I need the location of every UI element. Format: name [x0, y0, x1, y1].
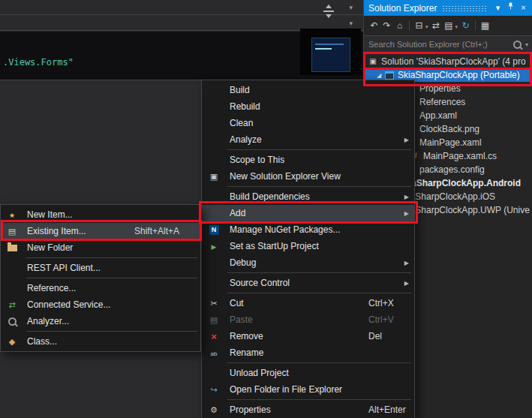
menu-item-label: Existing Item... — [23, 226, 86, 236]
menu-item-label: Class... — [23, 336, 57, 347]
panel-title: Solution Explorer — [368, 3, 437, 14]
menu-item-open-folder-in-file-explorer[interactable]: ↪Open Folder in File Explorer — [202, 381, 414, 398]
close-icon[interactable]: × — [517, 0, 530, 16]
menu-item-shortcut: Ctrl+X — [368, 298, 394, 308]
menu-item-rest-api-client[interactable]: REST API Client... — [1, 260, 200, 276]
new-solution-explorer-view-icon: ▣ — [202, 172, 226, 182]
show-all-files-icon[interactable]: ▤ — [443, 20, 455, 31]
back-icon[interactable]: ↶ — [368, 20, 380, 31]
menu-item-label: REST API Client... — [23, 263, 101, 273]
menu-item-label: Set as StartUp Project — [226, 241, 319, 251]
menu-item-set-as-startup-project[interactable]: ▶Set as StartUp Project — [202, 238, 414, 254]
menu-item-analyze[interactable]: Analyze▶ — [202, 131, 414, 148]
nuget-icon: N — [202, 224, 226, 235]
menu-item-new-folder[interactable]: New Folder — [1, 239, 200, 256]
menu-item-label: Debug — [226, 257, 256, 268]
search-dropdown-icon[interactable]: ▾ — [525, 41, 528, 48]
chevron-down-icon[interactable]: ▾ — [425, 24, 428, 30]
forward-icon[interactable]: ↷ — [380, 20, 393, 31]
tree-item-label: SkiaSharpClockApp (Portable) — [395, 70, 520, 80]
window-position-icon[interactable]: ▾ — [491, 0, 504, 16]
chevron-down-icon[interactable]: ▾ — [349, 20, 353, 27]
menu-item-label: New Solution Explorer View — [226, 171, 341, 182]
menu-item-class[interactable]: ◆Class... — [1, 333, 200, 350]
solution-explorer-toolbar: ↶↷⌂⊟▾⇄▤▾↻▦ — [364, 16, 532, 35]
menu-item-existing-item[interactable]: ▤Existing Item...Shift+Alt+A — [1, 223, 200, 239]
tree-item-label: Solution 'SkiaSharpClockApp' (4 pro — [379, 56, 526, 67]
menu-item-label: Paste — [226, 314, 253, 325]
search-icon[interactable] — [513, 41, 521, 49]
menu-item-remove[interactable]: ×RemoveDel — [202, 328, 414, 344]
chevron-down-icon[interactable]: ▾ — [455, 24, 458, 30]
drag-handle-dots[interactable] — [442, 5, 486, 11]
tree-item-label: packages.config — [417, 164, 485, 175]
tree-expander-icon[interactable]: ◢ — [374, 72, 383, 79]
properties-icon: ⚙ — [210, 405, 218, 414]
menu-item-reference[interactable]: Reference... — [1, 280, 200, 296]
refresh-icon[interactable]: ↻ — [459, 20, 472, 31]
submenu-arrow-icon: ▶ — [404, 137, 409, 143]
submenu-arrow-icon: ▶ — [404, 280, 409, 287]
document-preview-thumbnail[interactable] — [300, 29, 361, 75]
search-input[interactable]: Search Solution Explorer (Ctrl+;) ▾ — [364, 35, 532, 53]
menu-item-shortcut: Alt+Enter — [368, 404, 406, 415]
menu-item-build-dependencies[interactable]: Build Dependencies▶ — [202, 188, 414, 205]
add-submenu: ★New Item...▤Existing Item...Shift+Alt+A… — [0, 204, 201, 352]
menu-item-debug[interactable]: Debug▶ — [202, 254, 414, 271]
menu-item-label: Unload Project — [226, 368, 289, 378]
menu-item-unload-project[interactable]: Unload Project — [202, 365, 414, 381]
existing-item-icon: ▤ — [8, 227, 16, 236]
menu-item-source-control[interactable]: Source Control▶ — [202, 275, 414, 291]
preview-selected-items-icon[interactable]: ▦ — [479, 20, 491, 31]
tree-item-solution-skiasharpclockapp-4-pro[interactable]: ▣Solution 'SkiaSharpClockApp' (4 pro — [364, 55, 532, 68]
menu-item-clean[interactable]: Clean — [202, 115, 414, 131]
menu-separator — [227, 186, 411, 187]
menu-item-label: Cut — [226, 298, 244, 308]
menu-item-label: Open Folder in File Explorer — [226, 384, 342, 395]
menu-item-manage-nuget-packages[interactable]: NManage NuGet Packages... — [202, 221, 414, 238]
project-context-menu: BuildRebuildCleanAnalyze▶Scope to This▣N… — [201, 80, 415, 418]
menu-item-label: Manage NuGet Packages... — [226, 224, 340, 235]
menu-item-rename[interactable]: abRename — [202, 344, 414, 361]
menu-item-connected-service[interactable]: ⇄Connected Service... — [1, 296, 200, 313]
new-solution-explorer-view-icon: ▣ — [210, 172, 218, 181]
new-item-icon: ★ — [9, 212, 15, 219]
paste-icon: ▤ — [202, 315, 226, 325]
new-folder-icon — [1, 242, 23, 253]
menu-item-new-solution-explorer-view[interactable]: ▣New Solution Explorer View — [202, 168, 414, 185]
cut-icon: ✂ — [202, 299, 226, 308]
menu-item-label: Build Dependencies — [226, 191, 310, 202]
menu-item-cut[interactable]: ✂CutCtrl+X — [202, 295, 414, 311]
tree-item-label: SkiaSharpClockApp.UWP (Unive — [395, 205, 530, 215]
pin-icon[interactable] — [504, 0, 517, 16]
splitter-handle-icon[interactable] — [322, 4, 335, 20]
new-folder-icon — [8, 245, 17, 251]
chevron-down-icon[interactable]: ▾ — [349, 4, 353, 11]
menu-item-shortcut: Ctrl+V — [368, 314, 394, 325]
menu-separator — [227, 399, 411, 400]
menu-item-label: Analyzer... — [23, 316, 69, 326]
menu-item-label: Reference... — [23, 283, 76, 293]
menu-item-build[interactable]: Build — [202, 82, 414, 98]
menu-item-paste[interactable]: ▤PasteCtrl+V — [202, 311, 414, 328]
menu-item-scope-to-this[interactable]: Scope to This — [202, 152, 414, 168]
menu-item-label: Source Control — [226, 278, 290, 288]
sync-with-active-document-icon[interactable]: ⇄ — [430, 20, 443, 31]
menu-item-properties[interactable]: ⚙PropertiesAlt+Enter — [202, 401, 414, 418]
menu-item-add[interactable]: Add▶ — [202, 205, 414, 221]
menu-item-rebuild[interactable]: Rebuild — [202, 98, 414, 115]
menu-separator — [227, 293, 411, 293]
menu-item-label: Build — [226, 85, 250, 95]
menu-item-label: Add — [226, 208, 245, 218]
connected-service-icon: ⇄ — [1, 300, 23, 310]
startup-project-icon: ▶ — [202, 242, 226, 251]
search-placeholder: Search Solution Explorer (Ctrl+;) — [368, 40, 513, 49]
menu-separator — [26, 331, 197, 332]
collapse-all-icon[interactable]: ⊟ — [413, 20, 425, 31]
menu-item-analyzer[interactable]: Analyzer... — [1, 313, 200, 329]
startup-project-icon: ▶ — [212, 243, 217, 251]
open-folder-icon: ↪ — [210, 385, 217, 394]
home-icon[interactable]: ⌂ — [393, 20, 406, 31]
new-item-icon: ★ — [1, 210, 23, 219]
menu-item-new-item[interactable]: ★New Item... — [1, 206, 200, 223]
